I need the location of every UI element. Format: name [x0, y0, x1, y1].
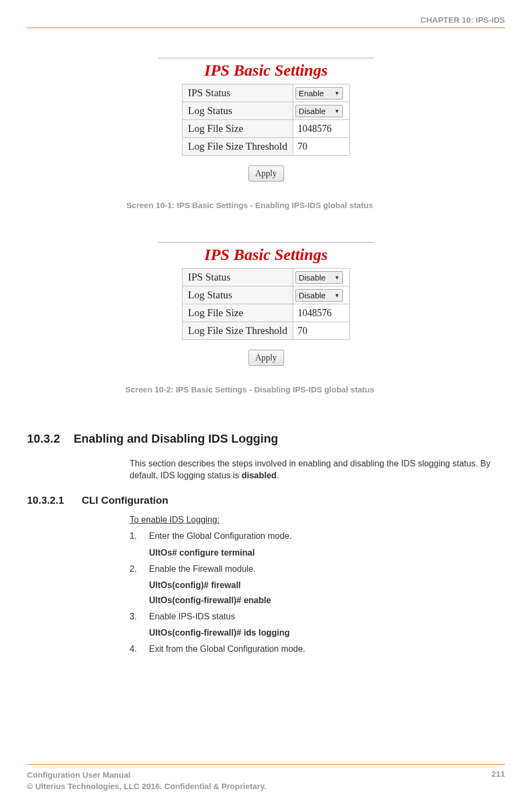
apply-wrap-1: Apply [158, 165, 374, 182]
footer-page: 211 [491, 769, 505, 792]
row-log-file-size-2: Log File Size 1048576 [183, 304, 350, 322]
intro-prefix: This section describes the steps involve… [130, 459, 490, 480]
section-heading: 10.3.2 Enabling and Disabling IDS Loggin… [27, 432, 505, 446]
label-ips-status: IPS Status [183, 84, 293, 102]
section-title: Enabling and Disabling IDS Logging [73, 432, 278, 445]
row-log-status-2: Log Status Disable ▼ [183, 286, 350, 304]
chevron-down-icon: ▼ [334, 108, 340, 114]
step-2-cmd2: UltOs(config-firewall)# enable [149, 596, 505, 605]
cell-log-status-value: Disable ▼ [293, 102, 349, 120]
row-ips-status: IPS Status Enable ▼ [183, 84, 350, 102]
figure-1: IPS Basic Settings IPS Status Enable ▼ L… [27, 58, 505, 210]
step-2: 2. Enable the Firewall module. [130, 563, 505, 575]
label-log-status-2: Log Status [183, 286, 293, 304]
figure-2: IPS Basic Settings IPS Status Disable ▼ … [27, 242, 505, 394]
select-log-status-value: Disable [299, 106, 326, 116]
select-ips-status-2[interactable]: Disable ▼ [295, 271, 343, 284]
step-1: 1. Enter the Global Configuration mode. [130, 530, 505, 542]
panel-title-1: IPS Basic Settings [158, 61, 374, 79]
cell-log-threshold-value-2: 70 [293, 322, 349, 340]
step-list-2: 2. Enable the Firewall module. [130, 563, 505, 575]
step-2-num: 2. [130, 563, 140, 575]
row-log-threshold-2: Log File Size Threshold 70 [183, 322, 350, 340]
select-log-status-2[interactable]: Disable ▼ [295, 289, 343, 302]
label-log-file-size: Log File Size [183, 120, 293, 138]
step-3-text: Enable IPS-IDS status [149, 611, 235, 623]
step-4-num: 4. [130, 643, 140, 655]
settings-panel-2: IPS Basic Settings IPS Status Disable ▼ … [158, 242, 374, 366]
input-log-file-size[interactable]: 1048576 [295, 122, 344, 136]
step-3-cmd: UltOs(config-firewall)# ids logging [149, 628, 505, 638]
cell-log-status-value-2: Disable ▼ [293, 286, 349, 304]
step-2-text: Enable the Firewall module. [149, 563, 255, 575]
input-log-file-size-2[interactable]: 1048576 [295, 306, 344, 320]
select-ips-status-value-2: Disable [299, 273, 326, 282]
settings-table-1: IPS Status Enable ▼ Log Status Disable ▼ [182, 84, 350, 156]
step-1-text: Enter the Global Configuration mode. [149, 530, 292, 542]
step-list-3: 3. Enable IPS-IDS status [130, 611, 505, 623]
page-footer: Configuration User Manual © Ulterius Tec… [27, 764, 505, 792]
footer-copyright: © Ulterius Technologies, LLC 2016. Confi… [27, 780, 266, 792]
step-4: 4. Exit from the Global Configuration mo… [130, 643, 505, 655]
row-log-threshold: Log File Size Threshold 70 [183, 138, 350, 156]
select-ips-status-value: Enable [299, 89, 324, 98]
row-log-file-size: Log File Size 1048576 [183, 120, 350, 138]
chevron-down-icon: ▼ [334, 275, 340, 281]
input-log-threshold-2[interactable]: 70 [295, 324, 344, 338]
step-3: 3. Enable IPS-IDS status [130, 611, 505, 623]
step-list: 1. Enter the Global Configuration mode. [130, 530, 505, 542]
label-log-status: Log Status [183, 102, 293, 120]
select-log-status-value-2: Disable [299, 291, 326, 300]
row-log-status: Log Status Disable ▼ [183, 102, 350, 120]
apply-button[interactable]: Apply [248, 165, 284, 182]
apply-wrap-2: Apply [158, 350, 374, 366]
cell-log-threshold-value: 70 [293, 138, 349, 156]
panel-title-2: IPS Basic Settings [158, 245, 374, 264]
intro-suffix: . [277, 471, 279, 480]
chevron-down-icon: ▼ [334, 292, 340, 298]
figure-2-caption: Screen 10-2: IPS Basic Settings - Disabl… [125, 385, 374, 394]
footer-manual: Configuration User Manual [27, 769, 266, 780]
chapter-label: CHAPTER 10: IPS-IDS [420, 15, 505, 24]
subsection-title: CLI Configuration [82, 495, 168, 506]
step-2-cmd1: UltOs(config)# firewall [149, 580, 505, 590]
apply-button-2[interactable]: Apply [248, 350, 284, 366]
page-header: CHAPTER 10: IPS-IDS [27, 15, 505, 28]
step-1-cmd: UltOs# configure terminal [149, 548, 505, 558]
select-ips-status[interactable]: Enable ▼ [295, 87, 343, 99]
cell-ips-status-value-2: Disable ▼ [293, 269, 349, 286]
chevron-down-icon: ▼ [334, 90, 340, 96]
cell-log-file-size-value: 1048576 [293, 120, 349, 138]
input-log-threshold[interactable]: 70 [295, 140, 344, 153]
subsection-heading: 10.3.2.1 CLI Configuration [27, 495, 505, 506]
label-log-file-size-2: Log File Size [183, 304, 293, 322]
subsection-intro: To enable IDS Logging: [130, 515, 505, 525]
cell-log-file-size-value-2: 1048576 [293, 304, 349, 322]
step-list-4: 4. Exit from the Global Configuration mo… [130, 643, 505, 655]
step-1-num: 1. [130, 530, 140, 542]
label-ips-status-2: IPS Status [183, 269, 293, 286]
footer-left: Configuration User Manual © Ulterius Tec… [27, 769, 266, 792]
step-3-num: 3. [130, 611, 140, 623]
row-ips-status-2: IPS Status Disable ▼ [183, 269, 350, 286]
cell-ips-status-value: Enable ▼ [293, 84, 349, 102]
intro-bold: disabled [241, 471, 277, 480]
step-4-text: Exit from the Global Configuration mode. [149, 643, 305, 655]
section-number: 10.3.2 [27, 432, 70, 446]
select-log-status[interactable]: Disable ▼ [295, 105, 343, 117]
section-intro: This section describes the steps involve… [130, 458, 505, 481]
settings-panel-1: IPS Basic Settings IPS Status Enable ▼ L… [158, 58, 374, 182]
figure-1-caption: Screen 10-1: IPS Basic Settings - Enabli… [126, 201, 373, 210]
label-log-threshold: Log File Size Threshold [183, 138, 293, 156]
subsection-number: 10.3.2.1 [27, 495, 79, 506]
settings-table-2: IPS Status Disable ▼ Log Status Disable … [182, 268, 350, 340]
label-log-threshold-2: Log File Size Threshold [183, 322, 293, 340]
